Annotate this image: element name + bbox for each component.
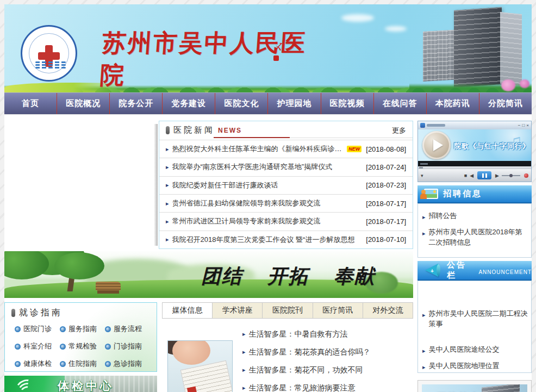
arrow-icon: ▸ bbox=[422, 212, 426, 222]
target-bullet-icon bbox=[15, 326, 21, 332]
media-item[interactable]: ▸生活智多星：菊花茶真的适合你吗？ bbox=[242, 343, 413, 361]
news-item-title[interactable]: 我院纪委对新任干部进行廉政谈话 bbox=[172, 181, 278, 190]
announcement-item[interactable]: ▸吴中人民医院途经公交 bbox=[422, 344, 500, 356]
previous-icon[interactable]: ◀ bbox=[470, 173, 473, 178]
minimize-icon[interactable]: − bbox=[518, 123, 521, 128]
news-item[interactable]: ▸ 我院纪委对新任干部进行廉政谈话 [2018-07-23] bbox=[159, 176, 413, 194]
slogan-word: 开拓 bbox=[267, 263, 309, 290]
news-item-title[interactable]: 热烈祝贺大外科主任陈革华主编的《新编外科疾病诊断与治 bbox=[172, 144, 345, 154]
arrow-icon: ▸ bbox=[242, 331, 246, 338]
close-icon[interactable]: × bbox=[526, 123, 529, 128]
tab-journal[interactable]: 医院院刊 bbox=[263, 302, 313, 319]
guide-item-checkup[interactable]: 健康体检 bbox=[15, 359, 60, 369]
target-bullet-icon bbox=[15, 344, 21, 350]
hospital-intro-image: 医院简介 bbox=[422, 384, 527, 392]
news-item[interactable]: ▸ 热烈祝贺大外科主任陈革华主编的《新编外科疾病诊断与治 NEW [2018-0… bbox=[159, 140, 413, 158]
nav-item-party[interactable]: 党务建设 bbox=[162, 93, 215, 114]
target-bullet-icon bbox=[60, 326, 66, 332]
arrow-icon: ▸ bbox=[422, 228, 426, 247]
arrow-icon: ▸ bbox=[422, 346, 426, 356]
guide-item-outpatient[interactable]: 医院门诊 bbox=[15, 324, 60, 334]
waves-icon bbox=[35, 60, 66, 69]
news-more-link[interactable]: 更多 bbox=[392, 126, 406, 135]
recruit-box: ▸招聘公告 ▸苏州市吴中人民医院2018年第二次招聘信息 bbox=[417, 203, 532, 258]
content: 医院新闻 NEWS 更多 ▸ 热烈祝贺大外科主任陈革华主编的《新编外科疾病诊断与… bbox=[4, 114, 532, 392]
nav-item-affairs[interactable]: 院务公开 bbox=[109, 93, 162, 114]
record-icon[interactable] bbox=[524, 173, 528, 178]
cloud bbox=[385, 26, 407, 32]
tab-media-info[interactable]: 媒体信息 bbox=[162, 302, 213, 319]
guide-item-service-flow[interactable]: 服务流程 bbox=[105, 324, 150, 334]
arrow-icon: ▸ bbox=[422, 362, 426, 372]
guide-item-inpatient[interactable]: 住院指南 bbox=[60, 359, 105, 369]
guide-item-service-guide[interactable]: 服务指南 bbox=[60, 324, 105, 334]
video-player: − □ × ♫ 院歌《与红十字同行》 ▾ ■ ◀ bbox=[417, 121, 532, 182]
next-icon[interactable]: ▶ bbox=[495, 173, 499, 178]
nav-item-home[interactable]: 首页 bbox=[4, 93, 57, 114]
nav-item-culture[interactable]: 医院文化 bbox=[215, 93, 267, 114]
news-item-title[interactable]: 我院举办“南京医科大学医患沟通研究基地”揭牌仪式 bbox=[172, 162, 333, 172]
arrow-icon: ▸ bbox=[166, 146, 169, 153]
tab-lectures[interactable]: 学术讲座 bbox=[213, 302, 263, 319]
video-caption: 院歌《与红十字同行》 bbox=[454, 141, 530, 151]
media-item[interactable]: ▸生活智多星：菊花不同，功效不同 bbox=[242, 361, 413, 379]
announcement-box: ▸苏州市吴中人民医院二期工程决策事 ▸吴中人民医院途经公交 ▸吴中人民医院地理位… bbox=[417, 281, 532, 373]
announcement-item[interactable]: ▸苏州市吴中人民医院二期工程决策事 bbox=[422, 308, 529, 329]
slogan-banner: 团结 开拓 奉献 bbox=[4, 251, 413, 298]
volume-handle[interactable] bbox=[509, 174, 513, 177]
arrow-icon: ▸ bbox=[166, 200, 169, 207]
nav-item-video[interactable]: 医院视频 bbox=[321, 93, 373, 114]
nav-item-pharmacy[interactable]: 本院药讯 bbox=[426, 93, 479, 114]
media-item[interactable]: ▸生活智多星：常见旅游病要注意 bbox=[242, 379, 413, 392]
player-titlebar: − □ × bbox=[418, 121, 531, 129]
article-thumbnail bbox=[167, 340, 233, 392]
news-item-title[interactable]: 我院召开2018年度第三次党委工作会议 暨“进一步解放思想 bbox=[172, 235, 355, 245]
playlist-dropdown-icon[interactable]: ▾ bbox=[421, 173, 423, 178]
tab-exchange[interactable]: 对外交流 bbox=[363, 302, 413, 319]
nav-item-overview[interactable]: 医院概况 bbox=[57, 93, 109, 114]
guide-item-lab-tests[interactable]: 常规检验 bbox=[60, 341, 105, 351]
recruit-item[interactable]: ▸苏州市吴中人民医院2018年第二次招聘信息 bbox=[422, 227, 527, 247]
announcement-item[interactable]: ▸吴中人民医院地理位置 bbox=[422, 360, 500, 372]
hospital-intro-box[interactable]: 医院简介 bbox=[417, 380, 532, 392]
guide-item-emergency[interactable]: 急诊指南 bbox=[105, 359, 150, 369]
recruit-item[interactable]: ▸招聘公告 bbox=[422, 210, 527, 222]
arrow-icon: ▸ bbox=[166, 164, 169, 171]
nav-item-nursing[interactable]: 护理园地 bbox=[267, 93, 320, 114]
news-item-date: [2018-08-08] bbox=[362, 145, 406, 153]
nav-item-qa[interactable]: 在线问答 bbox=[373, 93, 426, 114]
arrow-icon: ▸ bbox=[166, 236, 169, 243]
seek-bar[interactable] bbox=[418, 166, 531, 169]
image-slider[interactable] bbox=[4, 121, 158, 249]
pause-button[interactable] bbox=[477, 171, 491, 179]
site-header: 苏州市吴中人民医院 SUZHOU WUZHONG PEOPLE'S HOSPIT… bbox=[4, 4, 532, 92]
news-item[interactable]: ▸ 我院举办“南京医科大学医患沟通研究基地”揭牌仪式 [2018-07-24] bbox=[159, 158, 413, 176]
news-item[interactable]: ▸ 常州市武进区卫计局领导专家前来我院参观交流 [2018-07-17] bbox=[159, 212, 413, 230]
megaphone-icon: + bbox=[425, 263, 441, 277]
stop-icon[interactable]: ■ bbox=[464, 173, 467, 178]
right-column: − □ × ♫ 院歌《与红十字同行》 ▾ ■ ◀ bbox=[417, 121, 532, 392]
play-button[interactable] bbox=[422, 131, 451, 159]
news-item[interactable]: ▸ 我院召开2018年度第三次党委工作会议 暨“进一步解放思想 [2018-07… bbox=[159, 231, 413, 248]
target-bullet-icon bbox=[105, 326, 111, 332]
checkup-center-banner[interactable]: 体检中心 bbox=[4, 376, 157, 392]
media-item[interactable]: ▸生活智多星：中暑自救有方法 bbox=[242, 325, 413, 343]
target-bullet-icon bbox=[15, 361, 21, 367]
page: 苏州市吴中人民医院 SUZHOU WUZHONG PEOPLE'S HOSPIT… bbox=[4, 0, 532, 392]
news-title-en: NEWS bbox=[218, 127, 242, 134]
slogan-text: 团结 开拓 奉献 bbox=[201, 263, 375, 290]
arrow-icon: ▸ bbox=[166, 182, 169, 189]
nav-item-branch[interactable]: 分院简讯 bbox=[479, 93, 532, 114]
volume-slider[interactable] bbox=[502, 175, 520, 176]
gray-underline bbox=[290, 138, 413, 138]
seek-handle[interactable] bbox=[419, 167, 423, 169]
recruit-icon bbox=[424, 189, 438, 199]
guide-item-departments[interactable]: 科室介绍 bbox=[15, 341, 60, 351]
maximize-icon[interactable]: □ bbox=[522, 123, 525, 128]
news-item-title[interactable]: 常州市武进区卫计局领导专家前来我院参观交流 bbox=[172, 216, 321, 226]
news-item[interactable]: ▸ 贵州省德江县妇幼保健院领导前来我院参观交流 [2018-07-17] bbox=[159, 194, 413, 212]
news-item-title[interactable]: 贵州省德江县妇幼保健院领导前来我院参观交流 bbox=[172, 198, 321, 208]
player-controls: ▾ ■ ◀ ▶ bbox=[418, 169, 531, 182]
tab-medical-brief[interactable]: 医疗简讯 bbox=[313, 302, 363, 319]
guide-item-outpatient-guide[interactable]: 门诊指南 bbox=[105, 341, 150, 351]
